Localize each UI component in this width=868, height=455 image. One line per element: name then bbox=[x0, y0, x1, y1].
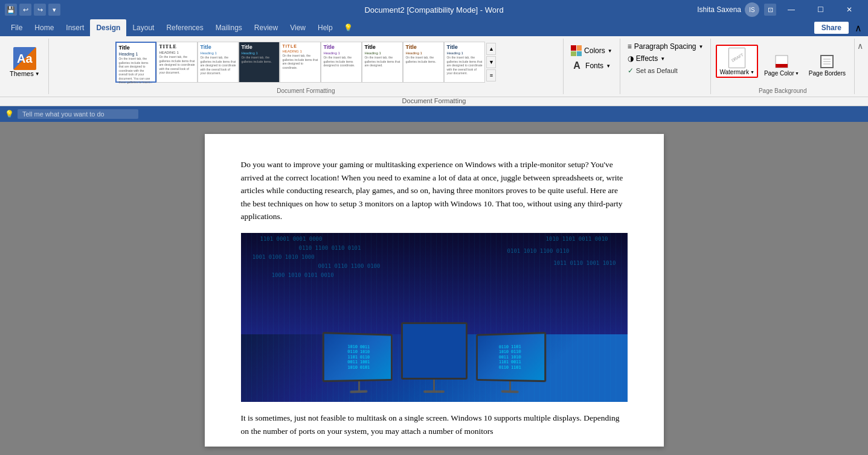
colors-button[interactable]: Colors ▼ bbox=[567, 44, 616, 57]
para-spacing-icon: ≡ bbox=[628, 42, 632, 51]
colors-icon bbox=[571, 45, 582, 56]
style-thumb-6[interactable]: Title Heading 1 On the insert tab, the g… bbox=[362, 42, 403, 83]
fonts-label: Fonts bbox=[585, 62, 603, 70]
style-thumb-7-body: On the insert tab, the galleries include… bbox=[405, 56, 442, 63]
document-page: Do you want to improve your gaming or mu… bbox=[205, 134, 664, 447]
gallery-up-arrow[interactable]: ▲ bbox=[486, 43, 496, 55]
close-button[interactable]: ✕ bbox=[835, 0, 863, 19]
maximize-button[interactable]: ☐ bbox=[806, 0, 834, 19]
search-bar: 💡 bbox=[0, 106, 868, 122]
doc-paragraph-2: It is sometimes, just not feasible to mu… bbox=[241, 412, 628, 438]
themes-button[interactable]: Aa Themes ▼ bbox=[7, 46, 42, 78]
style-thumb-5-h1: Heading 1 bbox=[323, 51, 359, 55]
effects-label: Effects bbox=[636, 54, 658, 63]
tab-references[interactable]: References bbox=[160, 19, 209, 36]
colors-swatch-orange bbox=[577, 45, 582, 51]
monitor-stand-left bbox=[358, 381, 359, 390]
tab-layout[interactable]: Layout bbox=[126, 19, 160, 36]
style-thumb-1[interactable]: TITLE Heading 1 On the insert tab, the g… bbox=[156, 42, 198, 83]
monitor-screen-right: 0110 11011010 01100011 10101101 00110110… bbox=[476, 332, 546, 382]
undo-icon[interactable]: ↩ bbox=[19, 4, 31, 16]
themes-caret: ▼ bbox=[35, 71, 40, 77]
para-effects-section: ≡ Paragraph Spacing ▼ ◑ Effects ▼ ✓ Set … bbox=[620, 39, 712, 94]
style-thumb-4-body: On the insert tab, the galleries include… bbox=[282, 54, 318, 69]
style-thumb-2-body: On the insert tab, the galleries include… bbox=[200, 56, 236, 75]
tab-mailings[interactable]: Mailings bbox=[210, 19, 248, 36]
restore-down-icon[interactable]: ⊡ bbox=[764, 4, 776, 16]
style-thumb-4[interactable]: TITLE HEADING 1 On the insert tab, the g… bbox=[280, 42, 321, 83]
save-icon[interactable]: 💾 bbox=[5, 4, 17, 16]
page-borders-label: Page Borders bbox=[809, 70, 846, 77]
paragraph-spacing-label: Paragraph Spacing bbox=[634, 42, 696, 51]
style-thumb-4-h1: HEADING 1 bbox=[282, 49, 318, 53]
colors-swatch-blue bbox=[577, 51, 582, 57]
themes-icon: Aa bbox=[13, 47, 36, 70]
title-bar-left: 💾 ↩ ↪ ▾ bbox=[5, 4, 60, 16]
tab-file[interactable]: File bbox=[5, 19, 28, 36]
user-info: Ishita Saxena IS bbox=[697, 2, 759, 17]
colors-swatch-green bbox=[571, 51, 576, 57]
style-thumb-2[interactable]: Title Heading 1 On the insert tab, the g… bbox=[198, 42, 239, 83]
doc-paragraph-1: Do you want to improve your gaming or mu… bbox=[241, 158, 628, 223]
effects-button[interactable]: ◑ Effects ▼ bbox=[624, 53, 707, 64]
tab-home[interactable]: Home bbox=[28, 19, 60, 36]
tab-review[interactable]: Review bbox=[248, 19, 284, 36]
share-button[interactable]: Share bbox=[814, 22, 849, 34]
gallery-more-arrow[interactable]: ≡ bbox=[486, 69, 496, 81]
watermark-label: Watermark bbox=[719, 69, 749, 75]
screen-content-center bbox=[403, 324, 466, 378]
page-color-button[interactable]: Page Color ▼ bbox=[760, 52, 803, 78]
monitor-left: 1010 00110110 10101101 01100011 10011010… bbox=[322, 332, 392, 394]
page-color-label-row: Page Color ▼ bbox=[764, 70, 799, 77]
watermark-button[interactable]: DRAFT Watermark ▼ bbox=[716, 45, 757, 78]
style-thumb-0[interactable]: Title Heading 1 On the insert tab, the g… bbox=[115, 42, 156, 83]
page-background-section-label: Page Background bbox=[711, 88, 854, 94]
ribbon-collapse-arrow[interactable]: ∧ bbox=[857, 41, 863, 51]
style-thumb-2-h1: Heading 1 bbox=[200, 51, 236, 55]
minimize-button[interactable]: — bbox=[777, 0, 805, 19]
style-thumb-5-title: Title bbox=[323, 44, 359, 50]
tab-design[interactable]: Design bbox=[90, 19, 126, 36]
themes-icon-text: Aa bbox=[17, 52, 33, 66]
fonts-caret: ▼ bbox=[606, 63, 611, 69]
style-thumb-6-h1: Heading 1 bbox=[364, 51, 400, 55]
search-input[interactable] bbox=[18, 109, 138, 119]
paragraph-spacing-button[interactable]: ≡ Paragraph Spacing ▼ bbox=[624, 41, 707, 52]
themes-section: Aa Themes ▼ bbox=[5, 39, 49, 94]
ribbon-tabs: File Home Insert Design Layout Reference… bbox=[0, 19, 868, 36]
style-thumb-7-title: Title bbox=[405, 44, 442, 50]
customize-icon[interactable]: ▾ bbox=[48, 4, 60, 16]
page-bg-buttons: DRAFT Watermark ▼ Page Color ▼ bbox=[716, 45, 849, 80]
collapse-area: ∧ bbox=[855, 39, 863, 94]
style-thumb-8-title: Title bbox=[446, 44, 483, 50]
style-thumb-6-body: On the insert tab, the galleries include… bbox=[364, 56, 400, 68]
style-thumb-7[interactable]: Title Heading 1 On the insert tab, the g… bbox=[403, 42, 444, 83]
style-thumb-1-body: On the insert tab, the galleries include… bbox=[159, 55, 195, 75]
style-thumb-8[interactable]: Title Heading 1 On the insert tab, the g… bbox=[444, 42, 485, 83]
ribbon-collapse-button[interactable]: ∧ bbox=[854, 21, 863, 35]
page-borders-icon bbox=[818, 53, 835, 70]
style-thumb-3[interactable]: Title Heading 1 On the insert tab, the g… bbox=[239, 42, 280, 83]
lightbulb-icon: 💡 bbox=[344, 24, 353, 32]
redo-icon[interactable]: ↪ bbox=[34, 4, 46, 16]
tab-help[interactable]: Help bbox=[312, 19, 339, 36]
fonts-button[interactable]: A Fonts ▼ bbox=[567, 59, 616, 73]
tab-insert[interactable]: Insert bbox=[60, 19, 90, 36]
gallery-down-arrow[interactable]: ▼ bbox=[486, 56, 496, 68]
window-title: Document2 [Compatibility Mode] - Word bbox=[364, 5, 503, 14]
document-formatting-label: Document Formatting bbox=[0, 97, 868, 106]
monitor-stand-right bbox=[509, 381, 510, 390]
monitor-right: 0110 11011010 01100011 10101101 00110110… bbox=[476, 332, 546, 394]
tab-view[interactable]: View bbox=[284, 19, 312, 36]
page-borders-button[interactable]: Page Borders bbox=[805, 52, 849, 78]
style-gallery-section: Title Heading 1 On the insert tab, the g… bbox=[49, 39, 564, 94]
monitor-screen-left: 1010 00110110 10101101 01100011 10011010… bbox=[322, 332, 392, 382]
style-gallery: Title Heading 1 On the insert tab, the g… bbox=[115, 42, 496, 83]
page-color-caret: ▼ bbox=[795, 71, 799, 75]
style-thumb-1-title: TITLE bbox=[159, 44, 195, 49]
style-thumb-5[interactable]: Title Heading 1 On the insert tab, the g… bbox=[321, 42, 362, 83]
style-thumb-6-title: Title bbox=[364, 44, 400, 50]
set-as-default-button[interactable]: ✓ Set as Default bbox=[624, 65, 707, 76]
style-thumb-0-h1: Heading 1 bbox=[118, 52, 153, 56]
fonts-icon: A bbox=[571, 60, 583, 72]
